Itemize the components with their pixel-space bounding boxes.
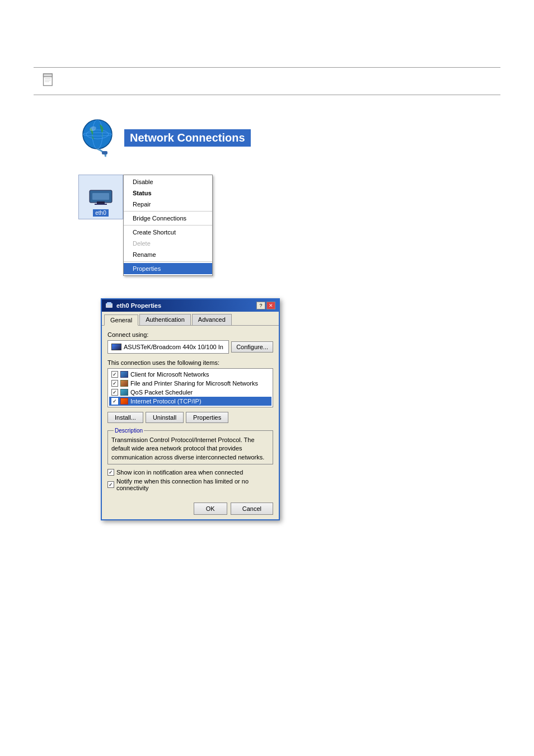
svg-rect-1	[44, 74, 53, 77]
description-legend: Description	[114, 428, 144, 434]
context-menu: Disable Status Repair Bridge Connections…	[123, 175, 213, 276]
file-icon	[120, 380, 128, 387]
context-menu-disable[interactable]: Disable	[124, 176, 212, 187]
checkbox-tcp[interactable]: ✓	[111, 398, 118, 405]
dialog-window: eth0 Properties ? ✕ General Authenticati…	[101, 298, 280, 520]
client-icon	[120, 371, 128, 378]
dialog-title-buttons: ? ✕	[256, 302, 275, 309]
svg-rect-16	[107, 302, 111, 305]
description-text: Transmission Control Protocol/Internet P…	[111, 436, 269, 462]
svg-point-5	[83, 120, 112, 149]
adapter-icon	[111, 344, 121, 350]
adapter-box: ASUSTeK/Broadcom 440x 10/100 In	[107, 340, 229, 354]
eth0-icon-box[interactable]: eth0	[78, 175, 123, 219]
list-item-qos[interactable]: ✓ QoS Packet Scheduler	[109, 388, 271, 397]
svg-rect-14	[95, 204, 107, 205]
context-menu-separator-3	[124, 261, 212, 262]
list-item-client[interactable]: ✓ Client for Microsoft Networks	[109, 370, 271, 379]
tab-advanced[interactable]: Advanced	[192, 314, 232, 325]
list-item-file[interactable]: ✓ File and Printer Sharing for Microsoft…	[109, 379, 271, 388]
dialog-content: Connect using: ASUSTeK/Broadcom 440x 10/…	[102, 326, 279, 499]
install-button[interactable]: Install...	[107, 412, 143, 423]
context-menu-shortcut[interactable]: Create Shortcut	[124, 227, 212, 238]
description-group: Description Transmission Control Protoco…	[107, 428, 273, 464]
context-menu-status[interactable]: Status	[124, 187, 212, 199]
context-menu-rename[interactable]: Rename	[124, 249, 212, 260]
network-connections-title: Network Connections	[124, 129, 251, 147]
dialog-help-button[interactable]: ?	[256, 302, 265, 309]
header-document-icon	[40, 72, 58, 90]
network-connections-section: Network Connections	[78, 118, 534, 158]
connect-using-label: Connect using:	[107, 331, 273, 338]
show-icon-checkbox[interactable]: ✓	[107, 469, 114, 476]
tab-authentication[interactable]: Authentication	[139, 314, 191, 325]
notify-checkbox[interactable]: ✓	[107, 481, 114, 488]
checkbox-qos[interactable]: ✓	[111, 389, 118, 396]
items-listbox: ✓ Client for Microsoft Networks ✓ File a…	[107, 368, 273, 407]
eth0-label: eth0	[93, 209, 108, 217]
show-icon-label: Show icon in notification area when conn…	[116, 469, 243, 476]
context-menu-repair[interactable]: Repair	[124, 199, 212, 210]
tab-general[interactable]: General	[104, 314, 138, 326]
dialog-ok-cancel: OK Cancel	[102, 499, 279, 519]
header-bar	[34, 67, 500, 95]
checkbox-file[interactable]: ✓	[111, 380, 118, 387]
context-menu-separator-1	[124, 211, 212, 212]
dialog-buttons-row: Install... Uninstall Properties	[107, 412, 273, 423]
ok-button[interactable]: OK	[194, 503, 227, 515]
dialog-tabs: General Authentication Advanced	[102, 312, 279, 326]
qos-label: QoS Packet Scheduler	[130, 389, 193, 396]
tcp-label: Internet Protocol (TCP/IP)	[130, 398, 202, 405]
file-label: File and Printer Sharing for Microsoft N…	[130, 380, 258, 387]
context-menu-bridge[interactable]: Bridge Connections	[124, 213, 212, 224]
dialog-close-button[interactable]: ✕	[266, 302, 275, 309]
context-menu-area: eth0 Disable Status Repair Bridge Connec…	[78, 175, 534, 276]
dialog-title-icon	[105, 302, 113, 309]
items-label: This connection uses the following items…	[107, 359, 273, 366]
properties-button[interactable]: Properties	[186, 412, 228, 423]
checkbox-client[interactable]: ✓	[111, 371, 118, 378]
cancel-button[interactable]: Cancel	[231, 503, 273, 515]
context-menu-properties[interactable]: Properties	[124, 263, 212, 274]
context-menu-separator-2	[124, 225, 212, 226]
globe-icon	[78, 118, 119, 158]
notify-label: Notify me when this connection has limit…	[116, 478, 273, 491]
context-menu-delete[interactable]: Delete	[124, 238, 212, 249]
svg-rect-10	[102, 151, 107, 154]
dialog-title-text: eth0 Properties	[116, 302, 161, 309]
uninstall-button[interactable]: Uninstall	[146, 412, 184, 423]
tcp-icon	[120, 398, 128, 405]
properties-dialog: eth0 Properties ? ✕ General Authenticati…	[101, 298, 280, 520]
dialog-titlebar: eth0 Properties ? ✕	[102, 299, 279, 312]
dialog-title-left: eth0 Properties	[105, 302, 161, 309]
svg-rect-12	[92, 193, 109, 200]
notify-row[interactable]: ✓ Notify me when this connection has lim…	[107, 478, 273, 491]
qos-icon	[120, 389, 128, 396]
list-item-tcp[interactable]: ✓ Internet Protocol (TCP/IP)	[109, 397, 271, 406]
connect-using-row: ASUSTeK/Broadcom 440x 10/100 In Configur…	[107, 340, 273, 354]
configure-button[interactable]: Configure...	[231, 341, 273, 353]
show-icon-row[interactable]: ✓ Show icon in notification area when co…	[107, 469, 273, 476]
client-label: Client for Microsoft Networks	[130, 371, 209, 378]
svg-rect-13	[97, 201, 105, 204]
adapter-name: ASUSTeK/Broadcom 440x 10/100 In	[124, 344, 223, 350]
